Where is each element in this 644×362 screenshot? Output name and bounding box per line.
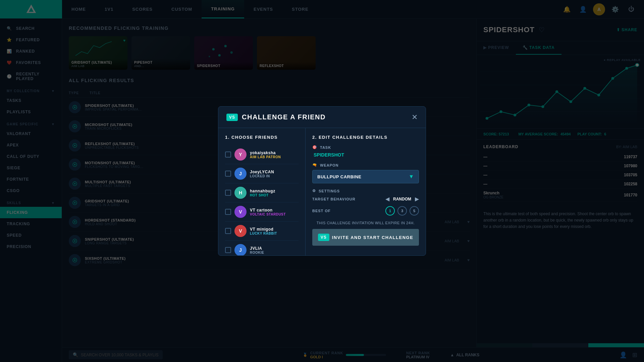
task-icon: 🎯: [312, 145, 317, 149]
settings-icon: ⚙: [312, 189, 316, 193]
target-behaviour-row: TARGET BEHAVIOUR ◀ RANDOM ▶: [312, 196, 419, 202]
task-label: 🎯 TASK: [312, 145, 419, 149]
friend-item-vt-minigod[interactable]: V VT minigod LUCKY RABBIT: [225, 222, 299, 241]
friend-info: JoeyLYCAN LOCKED IN: [250, 170, 274, 178]
modal-title: CHALLENGE A FRIEND: [242, 113, 326, 121]
weapon-select-value: BULLPUP CARBINE: [317, 174, 362, 179]
best-of-5-button[interactable]: 5: [410, 206, 419, 216]
friend-avatar: J: [234, 244, 247, 255]
best-of-buttons: 1 3 5: [385, 206, 419, 216]
friend-checkbox[interactable]: [225, 209, 231, 215]
friend-item-hannahbugz[interactable]: H hannahbugz HOT SHOT: [225, 183, 299, 202]
modal-header: VS CHALLENGE A FRIEND ✕: [218, 107, 426, 128]
target-value: RANDOM: [392, 197, 412, 201]
friend-item-yokaiyaksha[interactable]: Y yokaiyaksha AIM LAB PATRON: [225, 145, 299, 164]
invite-and-start-button[interactable]: VS INVITE AND START CHALLENGE: [312, 229, 419, 246]
details-section-label: 2. EDIT CHALLENGE DETAILS: [312, 135, 419, 140]
weapon-icon: 🔫: [312, 163, 317, 167]
target-behaviour-label: TARGET BEHAVIOUR: [312, 197, 356, 201]
best-of-label: BEST OF: [312, 209, 331, 213]
friend-item-jvlia[interactable]: J JVLIA ROOKIE: [225, 241, 299, 255]
friend-avatar: J: [234, 168, 247, 180]
best-of-row: BEST OF 1 3 5: [312, 206, 419, 216]
modal-vs-badge: VS: [226, 114, 238, 121]
friend-info: VT minigod LUCKY RABBIT: [250, 227, 277, 235]
expiry-text: THIS CHALLENGE INVITATION WILL EXPIRE IN…: [312, 221, 419, 225]
friend-checkbox[interactable]: [225, 190, 231, 196]
friend-avatar: H: [234, 187, 247, 199]
friend-checkbox[interactable]: [225, 171, 231, 177]
modal-close-button[interactable]: ✕: [412, 114, 418, 121]
modal-friends-panel: 1. CHOOSE FRIENDS Y yokaiyaksha AIM LAB …: [218, 128, 306, 255]
weapon-label: 🔫 WEAPON: [312, 163, 419, 167]
best-of-3-button[interactable]: 3: [397, 206, 407, 216]
friends-section-label: 1. CHOOSE FRIENDS: [225, 135, 299, 140]
modal-details-panel: 2. EDIT CHALLENGE DETAILS 🎯 TASK SPIDERS…: [306, 128, 426, 255]
friend-info: VT cartoon VOLTAIC STARDUST: [250, 208, 286, 216]
friend-info: yokaiyaksha AIM LAB PATRON: [250, 150, 281, 159]
target-prev-button[interactable]: ◀: [385, 196, 389, 202]
friend-checkbox[interactable]: [225, 152, 231, 158]
friend-avatar: V: [234, 225, 247, 237]
target-next-button[interactable]: ▶: [415, 196, 419, 202]
friend-avatar: Y: [234, 148, 247, 161]
challenge-modal: VS CHALLENGE A FRIEND ✕ 1. CHOOSE FRIEND…: [218, 106, 426, 256]
friend-checkbox[interactable]: [225, 228, 231, 234]
settings-label: ⚙ SETTINGS: [312, 189, 419, 193]
invite-vs-badge: VS: [318, 234, 329, 241]
friend-info: hannahbugz HOT SHOT: [250, 189, 275, 197]
friend-info: JVLIA ROOKIE: [250, 246, 264, 254]
target-nav-arrows: ◀ RANDOM ▶: [385, 196, 419, 202]
modal-body: 1. CHOOSE FRIENDS Y yokaiyaksha AIM LAB …: [218, 128, 426, 255]
chevron-down-icon-weapon: ▼: [409, 174, 414, 180]
friend-avatar: V: [234, 206, 247, 218]
modal-overlay[interactable]: VS CHALLENGE A FRIEND ✕ 1. CHOOSE FRIEND…: [0, 0, 644, 362]
weapon-select-dropdown[interactable]: BULLPUP CARBINE ▼: [312, 170, 419, 183]
friend-item-vt-cartoon[interactable]: V VT cartoon VOLTAIC STARDUST: [225, 202, 299, 222]
task-value: SPIDERSHOT: [312, 152, 419, 158]
friend-item-joeylycan[interactable]: J JoeyLYCAN LOCKED IN: [225, 164, 299, 183]
best-of-1-button[interactable]: 1: [385, 206, 395, 216]
friend-checkbox[interactable]: [225, 247, 231, 253]
